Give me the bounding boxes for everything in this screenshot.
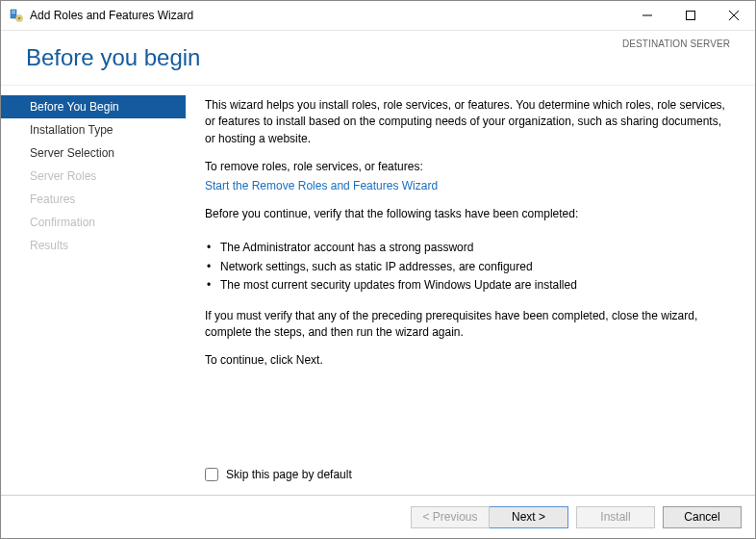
page-heading: Before you begin: [26, 44, 200, 71]
window-controls: [625, 1, 755, 30]
wizard-body: Before You Begin Installation Type Serve…: [1, 86, 755, 495]
app-icon: [9, 8, 24, 23]
wizard-window: Add Roles and Features Wizard Before you…: [0, 0, 756, 539]
previous-button: < Previous: [411, 506, 490, 528]
minimize-button[interactable]: [625, 1, 668, 30]
svg-rect-5: [18, 18, 21, 19]
wizard-content: This wizard helps you install roles, rol…: [186, 86, 755, 495]
wizard-footer: < Previous Next > Install Cancel: [1, 495, 755, 538]
close-button[interactable]: [712, 1, 755, 30]
svg-rect-2: [12, 13, 15, 13]
list-item: The Administrator account has a strong p…: [207, 240, 730, 256]
intro-text: This wizard helps you install roles, rol…: [205, 97, 730, 147]
remove-roles-link[interactable]: Start the Remove Roles and Features Wiza…: [205, 179, 438, 192]
install-button: Install: [576, 506, 655, 528]
verify-lead-text: Before you continue, verify that the fol…: [205, 206, 730, 222]
svg-rect-7: [686, 12, 694, 20]
destination-server-label: DESTINATION SERVER: [622, 38, 730, 49]
sidebar-item-before-you-begin[interactable]: Before You Begin: [1, 95, 186, 118]
skip-page-checkbox[interactable]: [205, 468, 218, 481]
maximize-button[interactable]: [668, 1, 712, 30]
window-title: Add Roles and Features Wizard: [30, 9, 625, 22]
sidebar-item-server-roles: Server Roles: [1, 165, 186, 188]
remove-lead-text: To remove roles, role services, or featu…: [205, 159, 730, 175]
svg-rect-1: [12, 11, 15, 12]
continue-text: To continue, click Next.: [205, 352, 730, 369]
list-item: The most current security updates from W…: [207, 277, 730, 294]
sidebar-item-results: Results: [1, 234, 186, 257]
nav-button-group: < Previous Next >: [411, 506, 568, 528]
wizard-sidebar: Before You Begin Installation Type Serve…: [1, 86, 186, 495]
sidebar-item-features: Features: [1, 188, 186, 211]
list-item: Network settings, such as static IP addr…: [207, 259, 730, 275]
titlebar: Add Roles and Features Wizard: [1, 1, 755, 31]
sidebar-item-server-selection[interactable]: Server Selection: [1, 141, 186, 165]
cancel-button[interactable]: Cancel: [663, 506, 742, 528]
header-band: Before you begin DESTINATION SERVER: [1, 31, 755, 86]
after-list-text: If you must verify that any of the prece…: [205, 308, 730, 342]
skip-page-label: Skip this page by default: [226, 467, 352, 483]
sidebar-item-confirmation: Confirmation: [1, 211, 186, 234]
prerequisite-list: The Administrator account has a strong p…: [205, 238, 730, 295]
next-button[interactable]: Next >: [490, 506, 568, 528]
sidebar-item-installation-type[interactable]: Installation Type: [1, 118, 186, 141]
